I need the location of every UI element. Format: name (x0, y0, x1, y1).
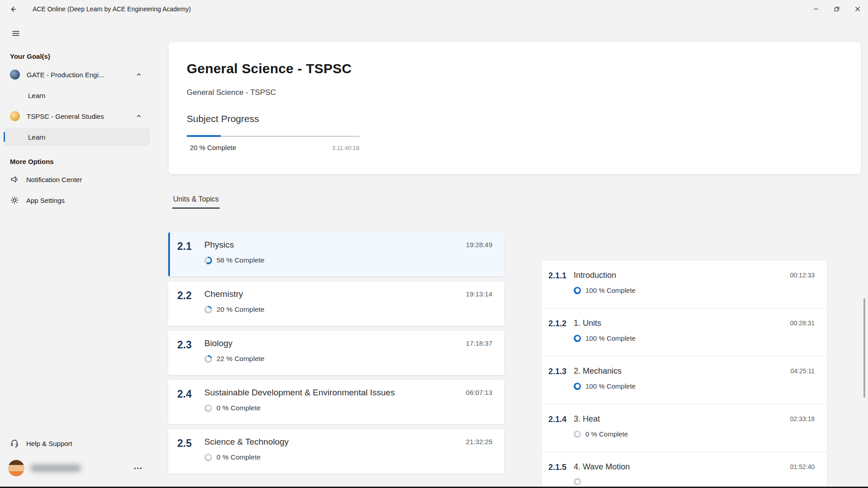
sidebar-bottom: Help & Support (0, 433, 154, 480)
unit-duration: 17:18:37 (466, 339, 492, 347)
user-name-redacted (31, 465, 80, 472)
gate-goal-badge-icon (10, 70, 20, 80)
headset-icon (10, 439, 19, 448)
unit-row-science-technology[interactable]: 2.5 Science & Technology 21:32:25 0 % Co… (168, 429, 504, 474)
topic-row-units[interactable]: 2.1.2 1. Units 00:28:31 100 % Complete (542, 309, 827, 357)
window-controls (806, 0, 868, 18)
topic-progress-label: 100 % Complete (585, 286, 636, 294)
unit-row-biology[interactable]: 2.3 Biology 17:18:37 22 % Complete (168, 331, 504, 375)
units-topics-columns: 2.1 Physics 19:28:49 58 % Complete 2.2 (168, 232, 861, 488)
nav-label: Help & Support (26, 440, 72, 447)
topics-list: 2.1.1 Introduction 00:12:33 100 % Comple… (542, 261, 827, 488)
hamburger-menu-button[interactable] (6, 25, 25, 42)
topic-progress-label: 100 % Complete (585, 334, 636, 342)
topic-title: 1. Units (574, 319, 601, 328)
progress-ring-icon (574, 431, 581, 438)
unit-number: 2.1 (177, 240, 204, 277)
unit-duration: 19:13:14 (466, 290, 492, 298)
titlebar: ACE Online (Deep Learn by ACE Engineerin… (0, 0, 868, 18)
minimize-button[interactable] (806, 0, 826, 18)
topic-duration: 02:33:18 (790, 415, 815, 422)
topic-row-introduction[interactable]: 2.1.1 Introduction 00:12:33 100 % Comple… (542, 261, 827, 309)
subject-progress-fill (187, 135, 221, 137)
unit-duration: 06:07:13 (466, 389, 492, 396)
progress-ring-icon (574, 478, 581, 485)
topic-row-heat[interactable]: 2.1.4 3. Heat 02:33:18 0 % Complete (542, 404, 827, 452)
progress-ring-icon (204, 257, 212, 264)
topic-duration: 00:28:31 (790, 319, 815, 327)
unit-progress-label: 0 % Complete (217, 453, 260, 461)
progress-ring-icon (574, 383, 581, 390)
total-duration-label: 3.11:40:18 (332, 145, 359, 151)
progress-percent-label: 20 % Complete (190, 144, 236, 151)
chevron-up-icon[interactable] (134, 111, 144, 121)
window-title: ACE Online (Deep Learn by ACE Engineerin… (33, 5, 191, 13)
sidebar-item-notification-center[interactable]: Notification Center (4, 169, 150, 190)
arrow-left-icon (9, 5, 17, 13)
megaphone-icon (10, 175, 19, 184)
user-more-options-button[interactable] (130, 461, 146, 475)
goal-label: GATE - Production Engi... (27, 71, 134, 79)
app-body: Your Goal(s) GATE - Production Engi... L… (0, 18, 868, 488)
unit-number: 2.5 (177, 437, 204, 474)
close-button[interactable] (847, 0, 868, 18)
sidebar-item-learn-tspsc[interactable]: Learn (4, 128, 150, 146)
topic-duration: 04:25:11 (791, 367, 815, 375)
close-icon (855, 6, 860, 12)
chevron-up-icon[interactable] (134, 70, 144, 80)
goals-heading: Your Goal(s) (10, 52, 154, 60)
page-title: General Science - TSPSC (187, 61, 843, 76)
restore-icon (834, 6, 840, 12)
sidebar-goal-tspsc[interactable]: TSPSC - General Studies (4, 106, 150, 126)
topic-row-wave-motion[interactable]: 2.1.5 4. Wave Motion 01:52:40 (542, 452, 827, 488)
unit-row-physics[interactable]: 2.1 Physics 19:28:49 58 % Complete (168, 232, 504, 277)
progress-ring-icon (204, 404, 212, 412)
sidebar-item-learn-gate[interactable]: Learn (4, 86, 150, 104)
nav-label: Notification Center (26, 176, 82, 183)
topic-progress-label: 100 % Complete (585, 382, 636, 390)
user-avatar (8, 460, 24, 476)
unit-row-sustainable-development[interactable]: 2.4 Sustainable Development & Environmen… (168, 380, 504, 424)
sidebar: Your Goal(s) GATE - Production Engi... L… (0, 18, 154, 488)
topic-title: 4. Wave Motion (574, 462, 630, 472)
topic-number: 2.1.5 (548, 462, 574, 488)
topic-number: 2.1.1 (548, 271, 574, 308)
unit-title: Science & Technology (204, 437, 289, 447)
sidebar-item-app-settings[interactable]: App Settings (4, 190, 150, 211)
user-account-row[interactable] (4, 456, 150, 480)
progress-ring-icon (204, 355, 212, 363)
unit-progress-label: 58 % Complete (217, 256, 264, 264)
restore-button[interactable] (826, 0, 847, 18)
sidebar-goal-gate[interactable]: GATE - Production Engi... (4, 65, 150, 84)
unit-title: Biology (204, 338, 232, 348)
subject-header-card: General Science - TSPSC General Science … (168, 42, 861, 174)
tab-units-topics[interactable]: Units & Topics (172, 195, 220, 209)
back-button[interactable] (4, 1, 23, 17)
topic-title: 2. Mechanics (574, 366, 622, 376)
sidebar-item-help-support[interactable]: Help & Support (4, 433, 150, 454)
course-subtitle: General Science - TSPSC (187, 88, 843, 97)
topic-number: 2.1.3 (548, 366, 574, 404)
topic-duration: 00:12:33 (790, 272, 815, 279)
topic-title: Introduction (574, 271, 616, 280)
topic-row-mechanics[interactable]: 2.1.3 2. Mechanics 04:25:11 100 % Comple… (542, 357, 827, 404)
topic-number: 2.1.4 (548, 414, 574, 452)
hamburger-icon (12, 29, 20, 38)
unit-progress-label: 20 % Complete (217, 305, 264, 314)
nav-label: App Settings (26, 197, 65, 204)
unit-number: 2.4 (177, 388, 204, 424)
progress-ring-icon (204, 306, 212, 314)
subject-progress-bar (187, 135, 359, 137)
unit-number: 2.2 (177, 289, 204, 326)
vertical-scrollbar[interactable] (863, 298, 865, 398)
ellipsis-icon (134, 467, 142, 469)
learn-label: Learn (28, 92, 45, 99)
unit-duration: 19:28:49 (466, 241, 492, 249)
more-options-heading: More Options (10, 158, 154, 165)
topic-number: 2.1.2 (548, 319, 574, 356)
unit-number: 2.3 (177, 338, 204, 375)
topic-title: 3. Heat (574, 414, 600, 424)
main-content: General Science - TSPSC General Science … (154, 18, 868, 488)
unit-row-chemistry[interactable]: 2.2 Chemistry 19:13:14 20 % Complete (168, 282, 504, 326)
gear-icon (10, 196, 19, 205)
